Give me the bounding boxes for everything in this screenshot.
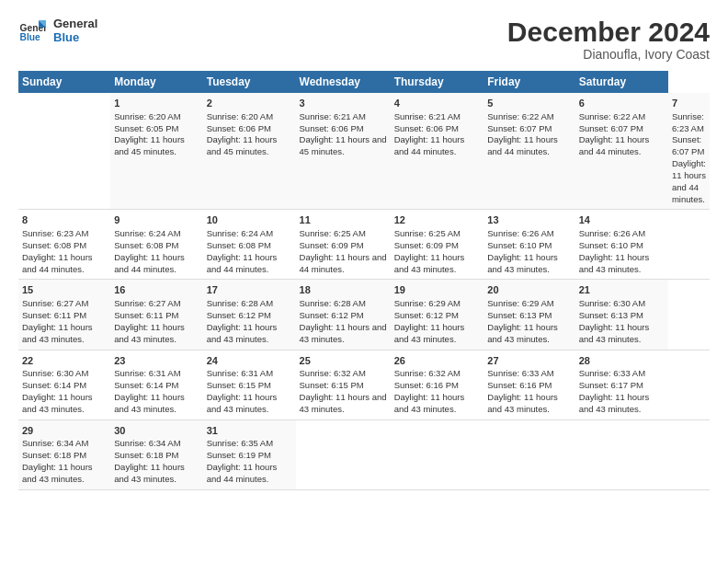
sunset-text: Sunset: 6:07 PM — [487, 123, 571, 135]
day-number: 10 — [207, 213, 292, 227]
day-number: 4 — [394, 97, 481, 110]
calendar-table: SundayMondayTuesdayWednesdayThursdayFrid… — [18, 71, 710, 490]
logo-line1: General — [53, 17, 97, 30]
day-number: 23 — [114, 354, 199, 368]
sunrise-text: Sunrise: 6:32 AM — [394, 368, 481, 380]
header: General Blue General Blue December 2024 … — [18, 17, 710, 62]
col-header-monday: Monday — [110, 71, 202, 93]
sunrise-text: Sunrise: 6:28 AM — [207, 298, 292, 310]
sunrise-text: Sunrise: 6:27 AM — [114, 298, 199, 310]
calendar-cell: 6Sunrise: 6:22 AMSunset: 6:07 PMDaylight… — [575, 93, 668, 210]
sunset-text: Sunset: 6:16 PM — [394, 380, 481, 392]
calendar-cell — [483, 419, 574, 489]
sunset-text: Sunset: 6:15 PM — [207, 380, 292, 392]
calendar-cell: 18Sunrise: 6:28 AMSunset: 6:12 PMDayligh… — [296, 280, 391, 350]
daylight-text: Daylight: 11 hours and 44 minutes. — [114, 252, 199, 276]
sunrise-text: Sunrise: 6:29 AM — [394, 298, 481, 310]
sunset-text: Sunset: 6:05 PM — [114, 123, 199, 135]
col-header-thursday: Thursday — [391, 71, 484, 93]
day-number: 12 — [394, 213, 481, 227]
daylight-text: Daylight: 11 hours and 43 minutes. — [207, 392, 292, 416]
sunset-text: Sunset: 6:06 PM — [300, 123, 387, 135]
sunset-text: Sunset: 6:09 PM — [394, 240, 481, 252]
day-number: 14 — [579, 213, 665, 227]
daylight-text: Daylight: 11 hours and 43 minutes. — [22, 322, 107, 346]
day-number: 19 — [394, 283, 481, 297]
calendar-cell: 22Sunrise: 6:30 AMSunset: 6:14 PMDayligh… — [18, 350, 110, 419]
sunrise-text: Sunrise: 6:26 AM — [487, 228, 571, 240]
calendar-cell: 20Sunrise: 6:29 AMSunset: 6:13 PMDayligh… — [483, 280, 574, 350]
title-block: December 2024 Dianoufla, Ivory Coast — [507, 17, 710, 62]
calendar-title: December 2024 — [507, 17, 710, 47]
sunset-text: Sunset: 6:06 PM — [207, 123, 292, 135]
daylight-text: Daylight: 11 hours and 44 minutes. — [487, 134, 571, 158]
day-number: 11 — [300, 213, 387, 227]
sunset-text: Sunset: 6:17 PM — [579, 380, 665, 392]
daylight-text: Daylight: 11 hours and 43 minutes. — [487, 322, 571, 346]
calendar-cell: 21Sunrise: 6:30 AMSunset: 6:13 PMDayligh… — [575, 280, 668, 350]
daylight-text: Daylight: 11 hours and 45 minutes. — [114, 134, 199, 158]
sunrise-text: Sunrise: 6:21 AM — [300, 111, 387, 123]
daylight-text: Daylight: 11 hours and 43 minutes. — [207, 322, 292, 346]
logo-icon: General Blue — [18, 17, 46, 44]
sunset-text: Sunset: 6:06 PM — [394, 123, 481, 135]
daylight-text: Daylight: 11 hours and 43 minutes. — [394, 392, 481, 416]
sunrise-text: Sunrise: 6:34 AM — [22, 438, 107, 450]
calendar-cell: 26Sunrise: 6:32 AMSunset: 6:16 PMDayligh… — [391, 350, 484, 419]
calendar-cell: 23Sunrise: 6:31 AMSunset: 6:14 PMDayligh… — [110, 350, 202, 419]
daylight-text: Daylight: 11 hours and 43 minutes. — [394, 252, 481, 276]
calendar-cell — [18, 93, 110, 210]
sunset-text: Sunset: 6:14 PM — [114, 380, 199, 392]
sunrise-text: Sunrise: 6:20 AM — [114, 111, 199, 123]
day-number: 13 — [487, 213, 571, 227]
col-header-friday: Friday — [483, 71, 574, 93]
daylight-text: Daylight: 11 hours and 44 minutes. — [579, 134, 665, 158]
calendar-cell: 10Sunrise: 6:24 AMSunset: 6:08 PMDayligh… — [203, 210, 296, 280]
day-number: 18 — [300, 283, 387, 297]
daylight-text: Daylight: 11 hours and 44 minutes. — [672, 158, 706, 205]
day-number: 9 — [114, 213, 199, 227]
day-number: 26 — [394, 354, 481, 368]
calendar-cell: 15Sunrise: 6:27 AMSunset: 6:11 PMDayligh… — [18, 280, 110, 350]
calendar-cell: 11Sunrise: 6:25 AMSunset: 6:09 PMDayligh… — [296, 210, 391, 280]
calendar-subtitle: Dianoufla, Ivory Coast — [507, 47, 710, 62]
calendar-cell: 27Sunrise: 6:33 AMSunset: 6:16 PMDayligh… — [483, 350, 574, 419]
sunrise-text: Sunrise: 6:35 AM — [207, 438, 292, 450]
daylight-text: Daylight: 11 hours and 45 minutes. — [300, 134, 387, 158]
daylight-text: Daylight: 11 hours and 43 minutes. — [300, 392, 387, 416]
calendar-cell: 7Sunrise: 6:23 AMSunset: 6:07 PMDaylight… — [668, 93, 710, 210]
day-number: 30 — [114, 424, 199, 438]
daylight-text: Daylight: 11 hours and 43 minutes. — [114, 462, 199, 486]
sunrise-text: Sunrise: 6:22 AM — [487, 111, 571, 123]
logo: General Blue General Blue — [18, 17, 97, 44]
calendar-page: General Blue General Blue December 2024 … — [0, 0, 728, 563]
calendar-cell: 28Sunrise: 6:33 AMSunset: 6:17 PMDayligh… — [575, 350, 668, 419]
calendar-cell — [391, 419, 484, 489]
daylight-text: Daylight: 11 hours and 43 minutes. — [579, 252, 665, 276]
sunrise-text: Sunrise: 6:34 AM — [114, 438, 199, 450]
sunrise-text: Sunrise: 6:20 AM — [207, 111, 292, 123]
sunset-text: Sunset: 6:09 PM — [300, 240, 387, 252]
day-number: 31 — [207, 424, 292, 438]
col-header-wednesday: Wednesday — [296, 71, 391, 93]
week-row-2: 8Sunrise: 6:23 AMSunset: 6:08 PMDaylight… — [18, 210, 710, 280]
daylight-text: Daylight: 11 hours and 43 minutes. — [579, 392, 665, 416]
calendar-cell: 14Sunrise: 6:26 AMSunset: 6:10 PMDayligh… — [575, 210, 668, 280]
sunset-text: Sunset: 6:07 PM — [579, 123, 665, 135]
calendar-cell: 17Sunrise: 6:28 AMSunset: 6:12 PMDayligh… — [203, 280, 296, 350]
sunrise-text: Sunrise: 6:27 AM — [22, 298, 107, 310]
day-number: 3 — [300, 97, 387, 110]
sunrise-text: Sunrise: 6:25 AM — [394, 228, 481, 240]
sunset-text: Sunset: 6:11 PM — [22, 310, 107, 322]
sunset-text: Sunset: 6:08 PM — [207, 240, 292, 252]
sunset-text: Sunset: 6:18 PM — [114, 450, 199, 462]
sunset-text: Sunset: 6:08 PM — [114, 240, 199, 252]
day-number: 21 — [579, 283, 665, 297]
day-number: 28 — [579, 354, 665, 368]
day-number: 24 — [207, 354, 292, 368]
daylight-text: Daylight: 11 hours and 43 minutes. — [487, 252, 571, 276]
sunset-text: Sunset: 6:12 PM — [394, 310, 481, 322]
col-header-saturday: Saturday — [575, 71, 668, 93]
sunrise-text: Sunrise: 6:22 AM — [579, 111, 665, 123]
col-header-tuesday: Tuesday — [203, 71, 296, 93]
